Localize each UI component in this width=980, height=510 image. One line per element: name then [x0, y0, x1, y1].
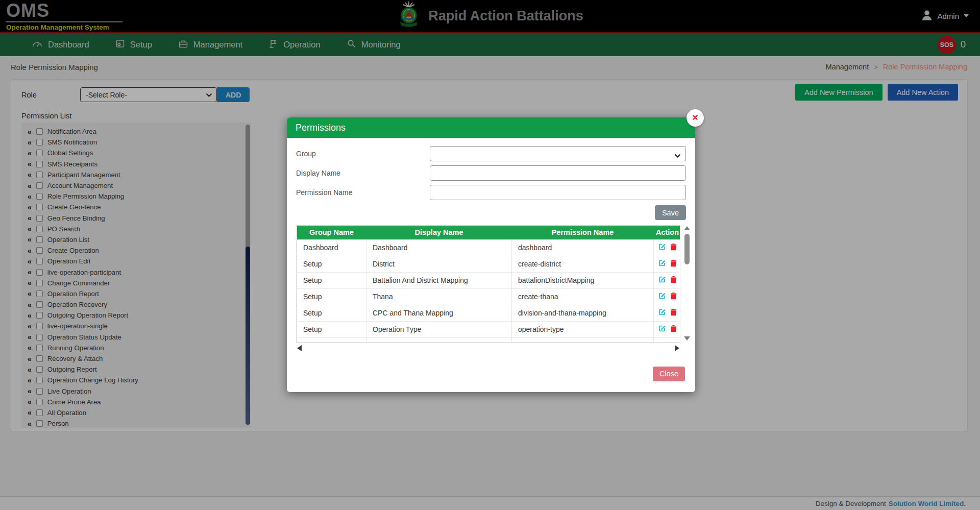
delete-icon[interactable] [670, 276, 677, 285]
col-display-name: Display Name [366, 226, 512, 239]
permission-name-cell: create-thana [512, 288, 654, 305]
edit-icon[interactable] [658, 292, 666, 301]
close-row: Close [296, 367, 686, 381]
display-name-input[interactable] [430, 166, 685, 180]
group-name-cell: Setup [297, 288, 366, 305]
action-cell [654, 239, 681, 256]
display-name-cell: CPC and Thana Mapping [366, 305, 512, 321]
display-name-cell: Operation Type [366, 321, 512, 337]
permissions-table-body: DashboardDashboarddashboardSetupDistrict… [297, 239, 681, 342]
edit-icon[interactable] [658, 308, 666, 318]
permission-name-field-row: Permission Name [296, 185, 686, 200]
empty-cell [654, 337, 681, 342]
permission-name-cell: dashboard [512, 239, 654, 256]
group-name-cell: Setup [297, 321, 366, 337]
save-button[interactable]: Save [655, 205, 686, 220]
display-name-label: Display Name [296, 169, 430, 177]
permissions-modal: Permissions ✕ Group Display Name Permiss… [287, 117, 695, 392]
delete-icon[interactable] [670, 259, 677, 269]
save-row: Save [296, 205, 686, 220]
close-button[interactable]: Close [653, 367, 685, 381]
delete-icon[interactable] [670, 325, 677, 334]
permissions-table-clip: Group Name Display Name Permission Name … [296, 225, 680, 343]
action-cell [654, 256, 681, 272]
scroll-right-icon[interactable] [675, 345, 679, 351]
scroll-up-icon[interactable] [684, 226, 690, 230]
empty-cell [366, 337, 512, 342]
edit-icon[interactable] [658, 259, 666, 269]
delete-icon[interactable] [670, 308, 677, 318]
modal-header: Permissions [287, 117, 695, 138]
empty-cell [297, 337, 366, 342]
permission-name-label: Permission Name [296, 188, 430, 197]
group-select[interactable] [430, 146, 686, 161]
table-row: SetupDistrictcreate-district [297, 256, 681, 272]
table-row: SetupThanacreate-thana [297, 288, 681, 305]
display-name-cell: District [366, 256, 512, 272]
empty-cell [512, 337, 654, 342]
scroll-left-icon[interactable] [297, 345, 302, 351]
col-permission-name: Permission Name [512, 226, 654, 239]
table-row-partial [297, 337, 681, 342]
table-row: SetupBattalion And District Mappingbatta… [297, 272, 681, 288]
permission-name-input[interactable] [430, 185, 685, 200]
action-cell [654, 272, 681, 288]
edit-icon[interactable] [658, 276, 666, 285]
group-name-cell: Setup [297, 305, 366, 321]
table-scrollbar-thumb[interactable] [684, 234, 690, 264]
delete-icon[interactable] [670, 292, 677, 301]
permission-name-cell: division-and-thana-mapping [512, 305, 654, 321]
action-cell [654, 321, 681, 337]
col-action: Action [654, 226, 681, 239]
permission-name-cell: battalionDistrictMapping [512, 272, 654, 288]
display-name-cell: Battalion And District Mapping [366, 272, 512, 288]
table-header-row: Group Name Display Name Permission Name … [297, 226, 681, 239]
permission-name-cell: create-district [512, 256, 654, 272]
table-row: SetupOperation Typeoperation-type [297, 321, 681, 337]
display-name-cell: Thana [366, 288, 512, 305]
scroll-down-icon[interactable] [684, 336, 690, 341]
edit-icon[interactable] [658, 243, 666, 252]
modal-title: Permissions [296, 123, 346, 133]
permission-name-cell: operation-type [512, 321, 654, 337]
group-name-cell: Dashboard [297, 239, 366, 256]
table-vertical-scrollbar[interactable] [683, 225, 691, 342]
group-name-cell: Setup [297, 256, 366, 272]
action-cell [654, 288, 681, 305]
screen: OMS Operation Management System Rapid [0, 0, 980, 510]
group-field-row: Group [296, 146, 686, 161]
close-icon[interactable]: ✕ [687, 109, 704, 127]
modal-body: Group Display Name Permission Name Save [287, 138, 695, 381]
chevron-down-icon [674, 151, 681, 160]
table-row: DashboardDashboarddashboard [297, 239, 681, 256]
col-group-name: Group Name [297, 226, 366, 239]
permissions-table: Group Name Display Name Permission Name … [297, 226, 680, 343]
display-name-cell: Dashboard [366, 239, 512, 256]
table-row: SetupCPC and Thana Mappingdivision-and-t… [297, 305, 681, 321]
delete-icon[interactable] [670, 243, 677, 252]
edit-icon[interactable] [658, 325, 666, 334]
display-name-field-row: Display Name [296, 165, 686, 181]
permissions-table-zone: Group Name Display Name Permission Name … [291, 225, 691, 353]
group-label: Group [296, 150, 430, 158]
table-horizontal-scrollbar[interactable] [296, 344, 680, 353]
group-name-cell: Setup [297, 272, 366, 288]
action-cell [654, 305, 681, 321]
